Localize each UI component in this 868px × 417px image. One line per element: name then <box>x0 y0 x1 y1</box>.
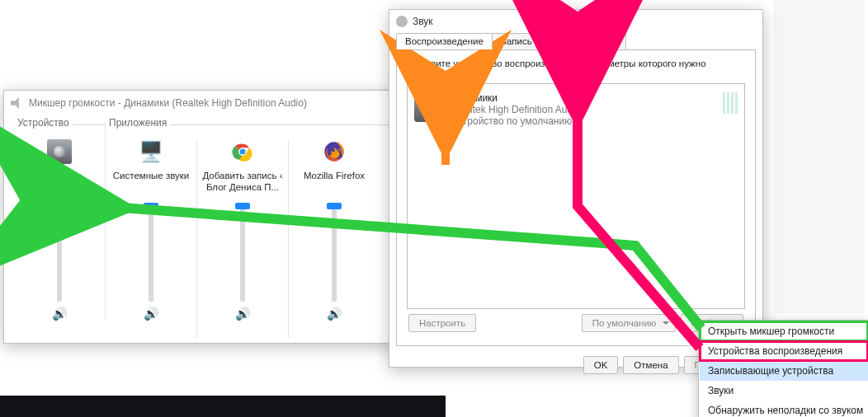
taskbar <box>0 396 446 417</box>
section-device: Устройство <box>14 117 73 129</box>
cancel-button[interactable]: Отмена <box>623 356 678 374</box>
system-sounds-icon[interactable]: 🖥️ <box>138 138 164 165</box>
volume-mixer-window: Микшер громкости - Динамики (Realtek Hig… <box>3 90 413 344</box>
configure-button[interactable]: Настроить <box>408 314 476 332</box>
device-sub1: Realtek High Definition Audio <box>452 104 580 115</box>
volume-slider[interactable] <box>57 203 62 302</box>
speaker-icon <box>11 97 22 109</box>
mixer-titlebar: Микшер громкости - Динамики (Realtek Hig… <box>4 91 412 115</box>
tab-playback[interactable]: Воспроизведение <box>396 33 493 49</box>
volume-icon[interactable]: 🔊 <box>197 307 288 321</box>
default-button[interactable]: По умолчанию <box>582 314 676 332</box>
device-item[interactable]: ✓ Динамики Realtek High Definition Audio… <box>413 89 739 130</box>
sound-window: Звук Воспроизведение Запись Звуки Связь … <box>389 9 763 368</box>
col-label: Mozilla Firefox <box>289 170 380 194</box>
device-name: Динамики <box>452 92 580 104</box>
sound-title: Звук <box>413 16 433 27</box>
col-label: Динамики <box>14 170 105 194</box>
ok-button[interactable]: OK <box>583 356 619 374</box>
firefox-icon[interactable] <box>321 138 347 165</box>
menu-sounds[interactable]: Звуки <box>700 381 868 401</box>
menu-troubleshoot[interactable]: Обнаружить неполадки со звуком <box>700 401 868 417</box>
speaker-device-icon: ✓ <box>414 92 444 122</box>
tray-context-menu: Открыть микшер громкости Устройства восп… <box>698 320 868 417</box>
volume-slider[interactable] <box>240 203 245 302</box>
menu-recording-devices[interactable]: Записывающие устройства <box>700 361 868 381</box>
volume-slider[interactable] <box>332 203 337 302</box>
tab-comm[interactable]: Связь <box>583 33 627 49</box>
col-label: Системные звуки <box>106 170 196 194</box>
volume-icon[interactable]: 🔊 <box>106 307 196 321</box>
sound-app-icon <box>396 16 408 27</box>
sound-titlebar: Звук <box>389 10 762 33</box>
volume-slider[interactable] <box>149 203 153 302</box>
chrome-icon[interactable] <box>229 138 256 165</box>
sound-tabs: Воспроизведение Запись Звуки Связь <box>389 33 762 49</box>
menu-playback-devices[interactable]: Устройства воспроизведения <box>700 341 868 361</box>
volume-icon[interactable]: 🔊 <box>289 307 380 321</box>
speaker-device-icon[interactable] <box>46 138 73 165</box>
col-label: Добавить запись ‹ Блог Дениса П... <box>197 170 288 194</box>
device-sub2: Устройство по умолчанию <box>452 115 580 127</box>
level-meter <box>723 92 738 114</box>
device-list[interactable]: ✓ Динамики Realtek High Definition Audio… <box>407 83 745 309</box>
mixer-title: Микшер громкости - Динамики (Realtek Hig… <box>29 97 307 109</box>
hint-text: Выберите устройство воспроизведения, пар… <box>407 59 745 78</box>
checkmark-icon: ✓ <box>432 110 449 127</box>
section-apps: Приложения <box>106 117 170 129</box>
menu-open-mixer[interactable]: Открыть микшер громкости <box>700 321 868 341</box>
tab-recording[interactable]: Запись <box>492 33 541 49</box>
tab-sounds[interactable]: Звуки <box>540 33 583 49</box>
volume-icon[interactable]: 🔊 <box>14 307 105 321</box>
